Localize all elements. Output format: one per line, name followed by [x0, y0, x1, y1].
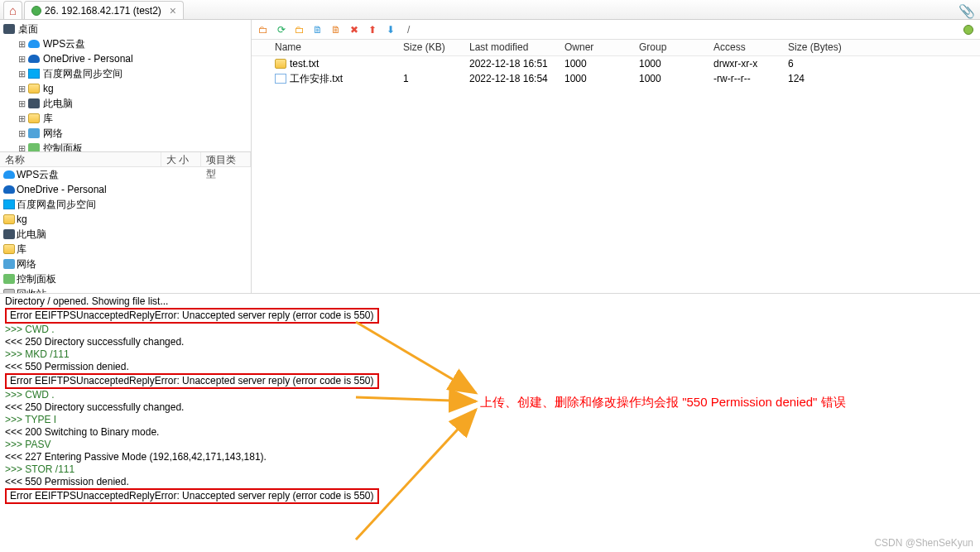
local-pane: 桌面 ⊞WPS云盘⊞OneDrive - Personal⊞百度网盘同步空间⊞k…	[0, 20, 252, 293]
remote-file-row[interactable]: 工作安排.txt 1 2022-12-18 16:54 1000 1000 -r…	[252, 71, 980, 86]
cloud-navy-icon	[28, 55, 40, 63]
rcol-name[interactable]: Name	[252, 40, 396, 55]
expand-icon[interactable]: ⊞	[17, 128, 26, 139]
folder-icon	[3, 214, 15, 224]
folder-icon	[28, 84, 40, 94]
col-type[interactable]: 项目类型	[201, 152, 251, 166]
upload-icon[interactable]: ⬆	[366, 23, 379, 36]
list-item[interactable]: 百度网盘同步空间	[0, 197, 251, 212]
tree-item-label: kg	[43, 83, 54, 94]
expand-icon[interactable]: ⊞	[17, 54, 26, 65]
expand-icon[interactable]: ⊞	[17, 113, 26, 124]
expand-icon[interactable]: ⊞	[17, 84, 26, 94]
log-line: >>> PASV	[5, 439, 975, 451]
rcol-sizekb[interactable]: Size (KB)	[396, 40, 463, 55]
tree-root[interactable]: 桌面	[0, 22, 251, 36]
doc-icon	[275, 74, 286, 84]
tree-item-label: 库	[43, 112, 53, 126]
list-item[interactable]: kg	[0, 212, 251, 227]
col-size[interactable]: 大 小	[161, 152, 201, 166]
log-line: <<< 200 Switching to Binary mode.	[5, 426, 975, 439]
tab-title: 26. 192.168.42.171 (test2)	[45, 5, 161, 17]
home-folder-icon[interactable]: 🗀	[257, 23, 270, 36]
tree-item[interactable]: ⊞此电脑	[0, 96, 251, 111]
status-dot-icon	[31, 6, 41, 16]
rcol-owner[interactable]: Owner	[558, 40, 632, 55]
net-icon	[3, 259, 15, 269]
net-icon	[28, 128, 40, 138]
tree-item[interactable]: ⊞百度网盘同步空间	[0, 66, 251, 81]
file-sizekb: 1	[396, 73, 463, 84]
watermark: CSDN @ShenSeKyun	[874, 537, 973, 549]
list-item-label: 网络	[17, 257, 36, 271]
log-line: Error EEIFTPSUnacceptedReplyError: Unacc…	[5, 373, 975, 389]
file-bytes: 124	[781, 73, 864, 84]
paste-icon[interactable]: 🗎	[329, 23, 343, 36]
col-name[interactable]: 名称	[0, 152, 161, 166]
tree-item[interactable]: ⊞控制面板	[0, 141, 251, 152]
download-icon[interactable]: ⬇	[384, 23, 397, 36]
tab-session[interactable]: 26. 192.168.42.171 (test2) ×	[24, 1, 184, 19]
log-line: <<< 227 Entering Passive Mode (192,168,4…	[5, 451, 975, 463]
remote-file-row[interactable]: test.txt 2022-12-18 16:51 1000 1000 drwx…	[252, 56, 980, 71]
tree-item[interactable]: ⊞kg	[0, 81, 251, 96]
tree-item-label: 网络	[43, 127, 63, 141]
folder-icon	[3, 244, 15, 254]
rcol-bytes[interactable]: Size (Bytes)	[781, 40, 864, 55]
file-group: 1000	[632, 58, 707, 70]
log-error-text: Error EEIFTPSUnacceptedReplyError: Unacc…	[5, 373, 379, 389]
remote-file-list: test.txt 2022-12-18 16:51 1000 1000 drwx…	[252, 56, 980, 293]
tree-root-label: 桌面	[18, 22, 38, 36]
list-item[interactable]: 网络	[0, 257, 251, 271]
remote-file-header: Name Size (KB) Last modified Owner Group…	[252, 40, 980, 56]
list-item[interactable]: 回收站	[0, 286, 251, 293]
cloud-blue-icon	[28, 40, 40, 48]
tree-item-label: 百度网盘同步空间	[43, 67, 122, 81]
tree-item-label: OneDrive - Personal	[43, 53, 133, 65]
list-item-label: OneDrive - Personal	[17, 184, 107, 195]
file-name: 工作安排.txt	[290, 72, 343, 86]
file-access: -rw-r--r--	[707, 73, 781, 84]
list-item-label: 回收站	[17, 287, 46, 294]
list-item[interactable]: WPS云盘	[0, 167, 251, 182]
refresh-icon[interactable]: ⟳	[275, 23, 288, 36]
tree-item[interactable]: ⊞网络	[0, 126, 251, 141]
log-line: Error EEIFTPSUnacceptedReplyError: Unacc…	[5, 308, 975, 324]
tab-home[interactable]: ⌂	[3, 1, 22, 19]
rcol-access[interactable]: Access	[707, 40, 781, 55]
list-item-label: 此电脑	[17, 228, 46, 242]
expand-icon[interactable]: ⊞	[17, 39, 26, 50]
tree-item[interactable]: ⊞OneDrive - Personal	[0, 51, 251, 66]
rcol-group[interactable]: Group	[632, 40, 707, 55]
list-item[interactable]: OneDrive - Personal	[0, 182, 251, 197]
file-name: test.txt	[290, 58, 319, 70]
cloud-navy-icon	[3, 185, 15, 194]
remote-toolbar: 🗀 ⟳ 🗀 🗎 🗎 ✖ ⬆ ⬇ /	[252, 20, 980, 40]
remote-path[interactable]: /	[407, 24, 975, 36]
expand-icon[interactable]: ⊞	[17, 69, 26, 79]
delete-icon[interactable]: ✖	[348, 23, 361, 36]
remote-pane: 🗀 ⟳ 🗀 🗎 🗎 ✖ ⬆ ⬇ / Name Size (KB) Last mo…	[252, 20, 980, 293]
list-item[interactable]: 此电脑	[0, 227, 251, 242]
list-item[interactable]: 库	[0, 242, 251, 257]
tree-item[interactable]: ⊞库	[0, 111, 251, 126]
new-folder-icon[interactable]: 🗀	[293, 23, 306, 36]
log-line: <<< 550 Permission denied.	[5, 361, 975, 373]
rcol-lm[interactable]: Last modified	[463, 40, 558, 55]
close-icon[interactable]: ×	[170, 4, 176, 17]
file-owner: 1000	[558, 73, 632, 84]
cloud-blue-icon	[3, 170, 15, 179]
file-owner: 1000	[558, 58, 632, 70]
log-pane: Directory / opened. Showing file list...…	[0, 293, 980, 550]
paperclip-icon[interactable]: 📎	[958, 3, 975, 19]
list-item[interactable]: 控制面板	[0, 271, 251, 286]
expand-icon[interactable]: ⊞	[17, 143, 26, 153]
expand-icon[interactable]: ⊞	[17, 98, 26, 109]
local-list-header: 名称 大 小 项目类型	[0, 152, 251, 167]
tree-item[interactable]: ⊞WPS云盘	[0, 36, 251, 51]
file-modified: 2022-12-18 16:51	[463, 58, 558, 70]
copy-icon[interactable]: 🗎	[311, 23, 324, 36]
local-list: WPS云盘OneDrive - Personal百度网盘同步空间kg此电脑库网络…	[0, 167, 251, 293]
tree-item-label: WPS云盘	[43, 37, 85, 51]
pc-icon	[3, 229, 15, 239]
